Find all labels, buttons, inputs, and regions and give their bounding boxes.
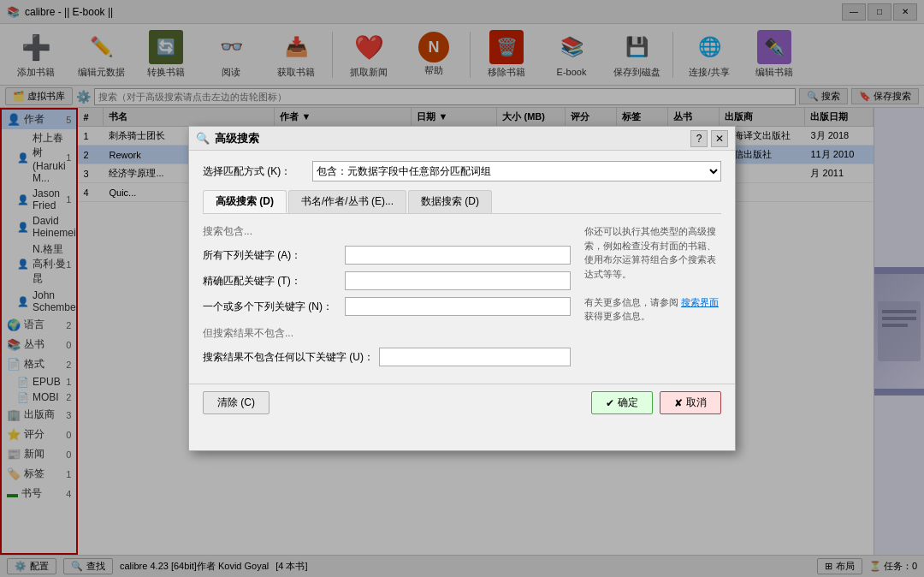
exact-keyword-label: 精确匹配关键字 (T)： [203, 274, 340, 288]
cancel-button[interactable]: ✘ 取消 [660, 391, 721, 414]
all-keywords-label: 所有下列关键字 (A)： [203, 248, 340, 263]
advanced-search-modal: 🔍 高级搜索 ? ✕ 选择匹配方式 (K)： 包含：元数据字段中任意部分匹配词组… [188, 126, 736, 451]
not-keywords-input[interactable] [379, 348, 571, 366]
modal-overlay[interactable]: 🔍 高级搜索 ? ✕ 选择匹配方式 (K)： 包含：元数据字段中任意部分匹配词组… [0, 0, 924, 577]
ok-icon: ✔ [606, 397, 614, 409]
exact-keyword-input[interactable] [345, 271, 571, 290]
modal-help-button[interactable]: ? [690, 130, 708, 147]
modal-titlebar: 🔍 高级搜索 ? ✕ [189, 127, 735, 151]
tab-title-author[interactable]: 书名/作者/丛书 (E)... [288, 190, 406, 213]
modal-tabs: 高级搜索 (D) 书名/作者/丛书 (E)... 数据搜索 (D) [203, 190, 721, 214]
modal-footer: 清除 (C) ✔ 确定 ✘ 取消 [189, 384, 735, 421]
cancel-icon: ✘ [674, 397, 683, 409]
search-contains-title: 搜索包含... [203, 224, 571, 239]
match-select[interactable]: 包含：元数据字段中任意部分匹配词组 [312, 161, 721, 181]
all-keywords-input[interactable] [345, 246, 571, 265]
modal-title-text: 高级搜索 [215, 131, 259, 146]
clear-button[interactable]: 清除 (C) [203, 391, 270, 414]
match-label: 选择匹配方式 (K)： [203, 164, 305, 179]
ok-button[interactable]: ✔ 确定 [591, 391, 653, 414]
modal-close-button[interactable]: ✕ [711, 130, 728, 147]
any-keyword-label: 一个或多个下列关键字 (N)： [203, 300, 340, 314]
search-help-link[interactable]: 搜索界面 [681, 297, 719, 307]
any-keyword-input[interactable] [345, 297, 571, 316]
not-contains-title: 但搜索结果不包含... [203, 326, 571, 341]
modal-search-icon: 🔍 [196, 132, 210, 145]
tab-advanced-search[interactable]: 高级搜索 (D) [203, 190, 287, 213]
not-keywords-label: 搜索结果不包含任何以下关键字 (U)： [203, 350, 374, 365]
tab-data-search[interactable]: 数据搜索 (D) [408, 190, 492, 213]
modal-sidebar-info: 你还可以执行其他类型的高级搜索，例如检查没有封面的书籍、使用布尔运算符组合多个搜… [584, 224, 721, 373]
